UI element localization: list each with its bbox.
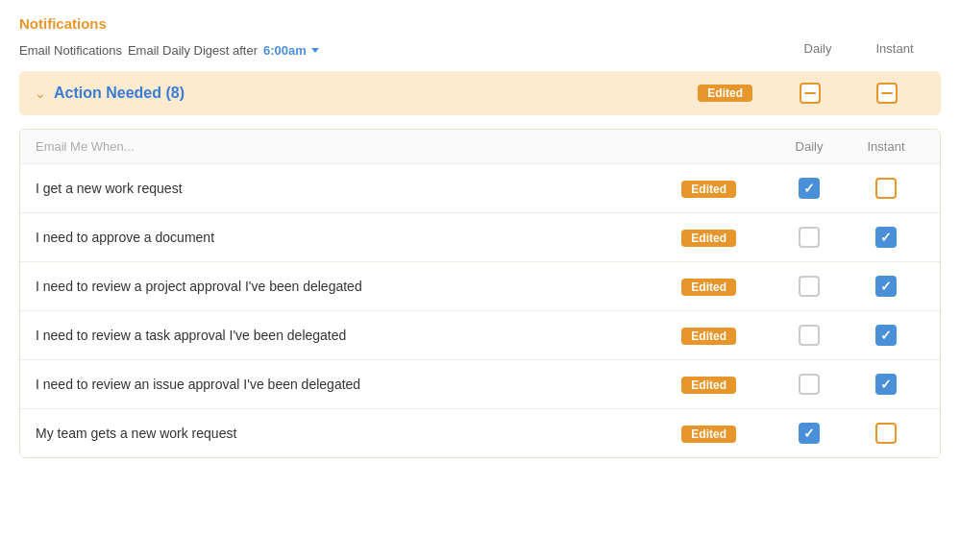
row-label: I need to review a task approval I've be…	[36, 328, 681, 343]
row-label: I need to approve a document	[36, 230, 681, 245]
check-icon: ✓	[880, 280, 892, 293]
row-1-instant-checkbox[interactable]: ✓	[875, 227, 897, 248]
row-4-instant-checkbox[interactable]: ✓	[875, 374, 897, 395]
action-needed-daily-checkbox-wrap	[772, 83, 849, 104]
action-needed-daily-checkbox[interactable]	[800, 83, 821, 104]
top-column-headers: Daily Instant	[779, 41, 941, 56]
row-checkboxes: ✓	[771, 325, 924, 346]
row-1-instant-checkbox-wrap: ✓	[848, 227, 924, 248]
check-icon: ✓	[803, 182, 815, 195]
table-row: I need to approve a documentEdited✓	[20, 213, 940, 262]
row-2-instant-checkbox-wrap: ✓	[848, 276, 924, 297]
row-0-daily-checkbox[interactable]: ✓	[799, 178, 820, 199]
action-needed-badge: Edited	[698, 85, 752, 102]
row-label: I need to review an issue approval I've …	[36, 377, 681, 392]
edited-badge: Edited	[681, 279, 736, 296]
section-title: Notifications	[19, 15, 941, 32]
daily-col-header: Daily	[771, 139, 848, 154]
row-5-instant-checkbox[interactable]	[875, 423, 897, 444]
collapse-icon[interactable]: ⌄	[35, 85, 46, 101]
row-checkboxes: ✓	[771, 178, 924, 199]
table-row: I need to review a task approval I've be…	[20, 311, 940, 360]
row-5-daily-checkbox-wrap: ✓	[771, 423, 848, 444]
row-3-daily-checkbox[interactable]	[799, 325, 820, 346]
row-edited-badge: Edited	[681, 181, 755, 196]
row-edited-badge: Edited	[681, 377, 755, 392]
check-icon: ✓	[803, 426, 815, 440]
row-4-instant-checkbox-wrap: ✓	[848, 374, 924, 395]
row-1-daily-checkbox[interactable]	[799, 227, 820, 248]
time-value: 6:00am	[263, 43, 307, 58]
edited-badge: Edited	[681, 377, 736, 394]
row-0-daily-checkbox-wrap: ✓	[771, 178, 848, 199]
row-0-instant-checkbox-wrap	[848, 178, 924, 199]
edited-badge: Edited	[681, 181, 736, 198]
action-needed-instant-checkbox-wrap	[849, 83, 925, 104]
table-row: I need to review a project approval I've…	[20, 262, 940, 311]
notification-table: Email Me When... Daily Instant I get a n…	[19, 129, 941, 458]
edited-badge: Edited	[681, 328, 736, 345]
row-1-daily-checkbox-wrap	[771, 227, 848, 248]
row-label: My team gets a new work request	[36, 426, 681, 441]
row-checkboxes: ✓	[771, 276, 924, 297]
row-2-daily-checkbox[interactable]	[799, 276, 820, 297]
table-row: My team gets a new work requestEdited✓	[20, 409, 940, 457]
instant-col-header-top: Instant	[856, 41, 933, 56]
instant-col-header: Instant	[848, 139, 924, 154]
notifications-container: Notifications Email Notifications Email …	[0, 0, 960, 560]
row-checkboxes: ✓	[771, 227, 924, 248]
row-checkboxes: ✓	[771, 423, 924, 444]
row-label: I need to review a project approval I've…	[36, 279, 681, 294]
row-3-instant-checkbox[interactable]: ✓	[875, 325, 897, 346]
row-2-instant-checkbox[interactable]: ✓	[875, 276, 897, 297]
row-2-daily-checkbox-wrap	[771, 276, 848, 297]
minus-icon	[804, 92, 816, 94]
table-header-row: Email Me When... Daily Instant	[20, 130, 940, 164]
row-edited-badge: Edited	[681, 328, 755, 343]
check-icon: ✓	[880, 377, 892, 391]
minus-icon-instant	[881, 92, 893, 94]
email-notifications-bar: Email Notifications Email Daily Digest a…	[19, 41, 941, 60]
table-row: I get a new work requestEdited✓	[20, 164, 940, 213]
row-4-daily-checkbox-wrap	[771, 374, 848, 395]
row-5-daily-checkbox[interactable]: ✓	[799, 423, 820, 444]
action-needed-instant-checkbox[interactable]	[876, 83, 898, 104]
table-rows-container: I get a new work requestEdited✓I need to…	[20, 164, 940, 457]
row-3-daily-checkbox-wrap	[771, 325, 848, 346]
time-dropdown[interactable]: 6:00am	[263, 43, 319, 58]
email-digest-label: Email Daily Digest after	[128, 43, 258, 58]
edited-badge: Edited	[681, 426, 736, 443]
chevron-down-icon	[311, 48, 319, 53]
row-edited-badge: Edited	[681, 279, 755, 294]
action-needed-checkboxes	[772, 83, 925, 104]
action-needed-title: Action Needed (8)	[54, 85, 698, 102]
edited-badge: Edited	[681, 230, 736, 247]
row-edited-badge: Edited	[681, 230, 755, 245]
action-needed-row: ⌄ Action Needed (8) Edited	[19, 71, 941, 115]
check-icon: ✓	[880, 329, 892, 342]
row-3-instant-checkbox-wrap: ✓	[848, 325, 924, 346]
row-5-instant-checkbox-wrap	[848, 423, 924, 444]
email-notifications-label: Email Notifications	[19, 43, 122, 58]
row-label: I get a new work request	[36, 181, 681, 196]
row-4-daily-checkbox[interactable]	[799, 374, 820, 395]
row-0-instant-checkbox[interactable]	[875, 178, 897, 199]
daily-col-header-top: Daily	[779, 41, 856, 56]
email-when-header: Email Me When...	[36, 139, 771, 154]
check-icon: ✓	[880, 231, 892, 244]
row-edited-badge: Edited	[681, 426, 755, 441]
table-row: I need to review an issue approval I've …	[20, 360, 940, 409]
row-checkboxes: ✓	[771, 374, 924, 395]
